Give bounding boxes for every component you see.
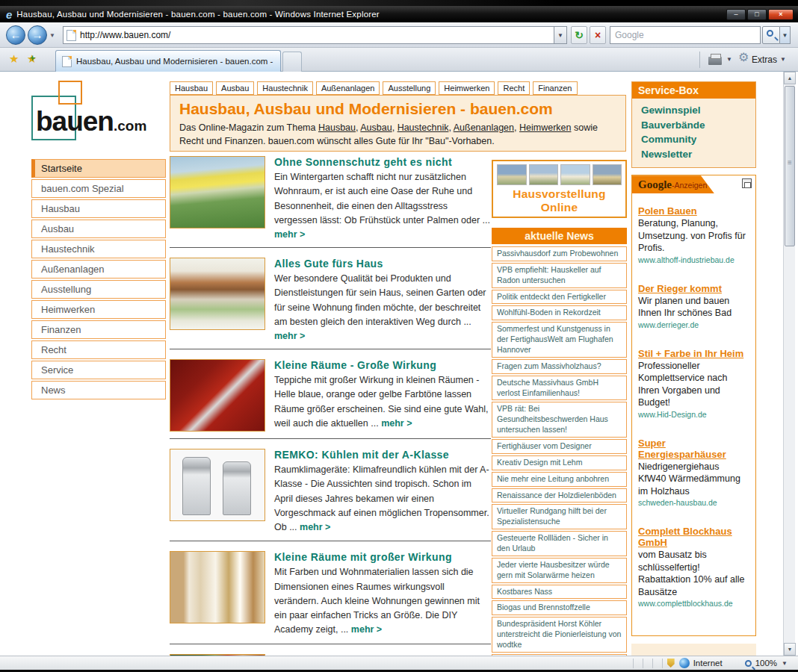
article-image-wintergarten[interactable] xyxy=(170,156,265,228)
address-input[interactable] xyxy=(80,30,551,40)
news-item[interactable]: Politik entdeckt den Fertigkeller xyxy=(492,290,627,305)
print-icon[interactable] xyxy=(708,57,722,65)
bauen-logo[interactable]: bauen.com xyxy=(31,79,166,151)
article-image-klimageraete[interactable] xyxy=(170,449,265,521)
topnav-finanzen[interactable]: Finanzen xyxy=(533,81,577,95)
topnav-ausbau[interactable]: Ausbau xyxy=(216,81,254,95)
topnav-haustechnik[interactable]: Haustechnik xyxy=(257,81,313,95)
service-link-newsletter[interactable]: Newsletter xyxy=(641,147,755,162)
news-item[interactable]: Sommerfest und Kunstgenuss in der Fertig… xyxy=(492,322,627,358)
favorites-icon[interactable]: ★ xyxy=(9,52,19,66)
more-link[interactable]: mehr > xyxy=(351,624,382,635)
news-item[interactable]: Bundespräsident Horst Köhler unterstreic… xyxy=(492,617,627,653)
news-item[interactable]: Virtueller Rundgang hilft bei der Spezia… xyxy=(492,504,627,529)
news-item[interactable]: Wohlfühl-Boden in Rekordzeit xyxy=(492,305,627,320)
article-title[interactable]: Kleine Räume mit großer Wirkung xyxy=(274,551,491,563)
refresh-button[interactable]: ↻ xyxy=(571,26,587,44)
article-image-raum[interactable] xyxy=(170,551,265,623)
sidebar-item-service[interactable]: Service xyxy=(31,361,166,379)
more-link[interactable]: mehr > xyxy=(381,418,412,429)
ad-url[interactable]: www.complettblockhaus.de xyxy=(638,599,749,608)
sidebar-item-spezial[interactable]: bauen.com Spezial xyxy=(31,179,166,198)
sidebar-item-ausstellung[interactable]: Ausstellung xyxy=(31,280,166,299)
extras-menu[interactable]: Extras xyxy=(752,55,777,65)
news-item[interactable]: VPB rät: Bei Gesundheitsbeschwerden Haus… xyxy=(492,402,627,438)
topnav-heimwerken[interactable]: Heimwerken xyxy=(439,81,495,95)
new-tab-button[interactable] xyxy=(282,52,302,72)
scroll-down-icon[interactable]: ▼ xyxy=(784,643,796,656)
service-link-gewinnspiel[interactable]: Gewinnspiel xyxy=(641,103,755,118)
sidebar-item-haustechnik[interactable]: Haustechnik xyxy=(31,240,166,258)
article-image-haus[interactable] xyxy=(170,258,265,330)
tab-active[interactable]: Hausbau, Ausbau und Modernisieren - baue… xyxy=(55,50,281,72)
ad-title[interactable]: Polen Bauen xyxy=(638,205,749,217)
add-favorite-icon[interactable]: ★ xyxy=(27,52,37,66)
news-item[interactable]: Passivhausdorf zum Probewohnen xyxy=(492,246,627,261)
extras-dropdown-icon[interactable]: ▼ xyxy=(780,56,786,63)
news-item[interactable]: Jeder vierte Hausbesitzer würde gern mit… xyxy=(492,558,627,583)
article-title[interactable]: REMKO: Kühlen mit der A-Klasse xyxy=(274,449,491,461)
stop-button[interactable]: × xyxy=(590,26,606,44)
topnav-aussenanlagen[interactable]: Außenanlagen xyxy=(316,81,380,95)
search-input[interactable] xyxy=(615,30,755,40)
scroll-up-icon[interactable]: ▲ xyxy=(784,72,796,84)
news-item[interactable]: Kostbares Nass xyxy=(492,585,627,600)
popup-window-icon[interactable] xyxy=(742,178,752,188)
news-item[interactable]: Fragen zum Massivholzhaus? xyxy=(492,359,627,374)
news-item[interactable]: Kreativ Design mit Lehm xyxy=(492,455,627,470)
service-link-bauverbaende[interactable]: Bauverbände xyxy=(641,118,755,133)
print-dropdown-icon[interactable]: ▼ xyxy=(726,56,732,63)
hausvorstellung-banner[interactable]: Hausvorstellung Online xyxy=(492,160,627,218)
sidebar-item-finanzen[interactable]: Finanzen xyxy=(31,320,166,339)
minimize-button[interactable]: – xyxy=(726,9,746,20)
more-link[interactable]: mehr > xyxy=(274,229,305,240)
zoom-dropdown-icon[interactable]: ▼ xyxy=(782,660,788,667)
subtitle-link-haustechnik[interactable]: Haustechnik xyxy=(398,122,449,133)
topnav-hausbau[interactable]: Hausbau xyxy=(170,81,213,95)
article-title[interactable]: Ohne Sonnenschutz geht es nicht xyxy=(274,156,491,168)
banner-title[interactable]: Hausvorstellung Online xyxy=(497,187,622,214)
search-button[interactable] xyxy=(762,26,780,44)
news-item[interactable]: Deutsche Massivhaus GmbH verlost Einfami… xyxy=(492,376,627,401)
address-dropdown-icon[interactable]: ▼ xyxy=(554,26,567,44)
ad-url[interactable]: www.Hid-Design.de xyxy=(638,410,749,419)
subtitle-link-hausbau[interactable]: Hausbau xyxy=(318,122,356,133)
address-bar[interactable] xyxy=(63,26,554,44)
sidebar-item-news[interactable]: News xyxy=(31,381,166,399)
news-item[interactable]: Gesteuerte Rollläden - Sicher in den Url… xyxy=(492,531,627,556)
news-item[interactable]: Renaissance der Holzdielenböden xyxy=(492,488,627,503)
search-dropdown-icon[interactable]: ▼ xyxy=(780,26,791,44)
topnav-recht[interactable]: Recht xyxy=(498,81,530,95)
ad-title[interactable]: Super Energiesparhäuser xyxy=(638,438,749,460)
vertical-scrollbar[interactable]: ▲ ▼ xyxy=(783,72,795,656)
sidebar-item-recht[interactable]: Recht xyxy=(31,340,166,359)
scrollbar-thumb[interactable] xyxy=(785,86,795,246)
maximize-button[interactable]: □ xyxy=(747,9,767,20)
news-item[interactable]: VPB empfiehlt: Hauskeller auf Radon unte… xyxy=(492,263,627,288)
ad-title[interactable]: Complett Blockhaus GmbH xyxy=(638,526,749,548)
more-link[interactable]: mehr > xyxy=(300,522,330,532)
sidebar-item-ausbau[interactable]: Ausbau xyxy=(31,220,166,238)
article-image-teppich[interactable] xyxy=(170,359,265,432)
subtitle-link-aussenanlagen[interactable]: Außenanlagen xyxy=(454,122,514,133)
subtitle-link-ausbau[interactable]: Ausbau xyxy=(360,122,392,133)
zoom-control[interactable]: 100% ▼ xyxy=(745,659,788,668)
ad-title[interactable]: Stil + Farbe in Ihr Heim xyxy=(638,348,749,359)
ad-url[interactable]: schweden-hausbau.de xyxy=(638,498,749,507)
article-title[interactable]: Kleine Räume - Große Wirkung xyxy=(274,359,491,371)
search-box[interactable] xyxy=(610,26,761,44)
article-title[interactable]: Alles Gute fürs Haus xyxy=(274,258,491,270)
news-item[interactable]: Fertighäuser vom Designer xyxy=(492,439,627,454)
ad-url[interactable]: www.derrieger.de xyxy=(638,320,749,329)
sidebar-item-hausbau[interactable]: Hausbau xyxy=(31,199,166,218)
gear-icon[interactable]: ⚙ xyxy=(738,50,749,64)
topnav-ausstellung[interactable]: Ausstellung xyxy=(383,81,436,95)
ad-title[interactable]: Der Rieger kommt xyxy=(638,283,749,294)
back-button[interactable]: ← xyxy=(6,25,25,45)
sidebar-item-startseite[interactable]: Startseite xyxy=(31,159,166,178)
more-link[interactable]: mehr > xyxy=(274,331,305,341)
ad-url[interactable]: www.althoff-industriebau.de xyxy=(638,255,749,264)
history-dropdown-icon[interactable]: ▼ xyxy=(49,32,55,39)
service-link-community[interactable]: Community xyxy=(641,132,755,147)
forward-button[interactable]: → xyxy=(28,25,47,45)
